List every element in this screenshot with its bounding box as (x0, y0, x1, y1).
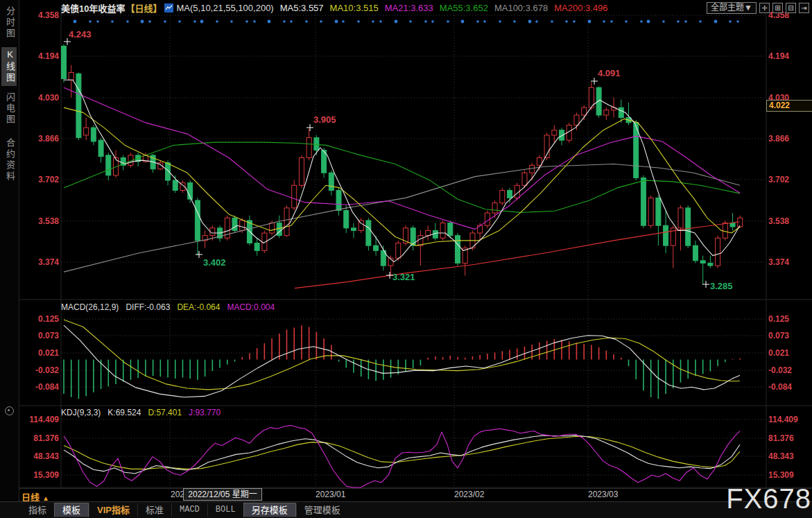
theme-dropdown-button[interactable]: 全部主题▼ (707, 2, 757, 14)
candle-body (596, 87, 601, 115)
candle-body (648, 198, 653, 225)
kdj-indicator-header: KDJ(9,3,3)K:69.524D:57.401J:93.770 (61, 408, 227, 417)
bottom-toolbar: 指标 模板 VIP指标 标准 MACD BOLL 另存模板 管理模板 (0, 501, 812, 518)
event-marker-dot (551, 20, 553, 23)
candle-body (84, 128, 89, 135)
event-marker-dot (461, 20, 465, 24)
event-marker-dot (424, 20, 427, 23)
tab-vip-indicators[interactable]: VIP指标 (89, 503, 137, 517)
event-marker-dot (305, 20, 308, 23)
event-marker-dot (230, 20, 233, 23)
candle-body (232, 218, 237, 230)
candle-body (106, 155, 111, 175)
candle-body (76, 74, 81, 137)
indicator-readout: K:69.524 (107, 408, 141, 417)
pane-layout-icon[interactable]: ⊟ (786, 3, 796, 13)
candle-body (299, 158, 304, 186)
event-marker-dot (216, 20, 218, 23)
candle-body (656, 198, 661, 225)
candle-body (166, 163, 171, 180)
candle-body (440, 223, 445, 239)
candle-body (492, 203, 497, 213)
period-tag: 【日线】 (126, 1, 162, 15)
event-marker-dot (148, 20, 151, 23)
instrument-title: 美债10年收益率 (61, 1, 125, 15)
candle-body (270, 223, 275, 233)
ma10-value: MA10:3.515 (330, 3, 379, 13)
panel-indicator-icon[interactable] (5, 406, 14, 415)
event-marker-dot (253, 20, 256, 23)
tab-save-template[interactable]: 另存模板 (243, 503, 296, 517)
ma21-value: MA21:3.633 (385, 3, 433, 13)
event-marker-dot (357, 20, 360, 23)
tab-manage-templates[interactable]: 管理模板 (296, 503, 348, 517)
event-marker-dot (193, 20, 196, 23)
event-marker-dot (476, 20, 479, 23)
event-marker-dot (268, 20, 271, 24)
candle-body (500, 191, 505, 203)
chart-canvas[interactable] (0, 0, 812, 518)
candle-body (351, 228, 356, 231)
left-sidebar: 分时图 K线图 闪电图 合约资料 (0, 0, 19, 518)
event-marker-dot (164, 20, 166, 23)
add-pane-icon[interactable]: ⊞ (772, 3, 783, 13)
event-marker-dot (200, 20, 204, 24)
candle-body (240, 221, 245, 230)
indicator-readout: J:93.770 (189, 408, 221, 417)
event-marker-dot (245, 20, 248, 23)
tab-standard[interactable]: 标准 (137, 503, 171, 517)
sidebar-item-contract-info[interactable]: 合约资料 (1, 136, 17, 184)
candle-body (329, 173, 334, 190)
candle-body (582, 107, 587, 115)
event-marker-dot (647, 20, 650, 24)
sidebar-item-kline-chart[interactable]: K线图 (1, 47, 17, 86)
indicator-readout: DEA:-0.064 (177, 302, 220, 312)
event-marker-dot (379, 20, 382, 23)
event-marker-dot (335, 20, 338, 24)
candle-body (723, 223, 727, 239)
event-marker-dot (699, 20, 702, 23)
candle-body (700, 261, 705, 264)
indicator-readout: D:57.401 (148, 408, 182, 417)
candle-body (508, 191, 512, 198)
ma200-value: MA200:3.496 (554, 3, 607, 13)
candle-body (448, 223, 453, 236)
candle-body (574, 115, 579, 125)
tab-indicators[interactable]: 指标 (21, 503, 54, 517)
event-marker-dot (528, 20, 532, 24)
event-marker-dot (178, 20, 181, 23)
chart-header: 美债10年收益率 【日线】 MA(5,10,21,55,100,200) MA5… (19, 0, 812, 15)
tab-macd[interactable]: MACD (171, 503, 207, 517)
sidebar-item-lightning-chart[interactable]: 闪电图 (1, 90, 17, 128)
event-marker-dot (96, 20, 99, 23)
event-marker-dot (431, 20, 434, 23)
macd-diff-line (64, 325, 740, 397)
candle-body (738, 218, 743, 227)
candle-body (530, 165, 535, 173)
candle-body (344, 210, 349, 227)
ma55-value: MA55:3.652 (440, 3, 488, 13)
exit-pane-icon[interactable]: ⇥ (799, 3, 809, 13)
ma100-value: MA100:3.678 (494, 3, 548, 13)
event-marker-dot (372, 20, 374, 23)
candle-body (730, 223, 735, 227)
time-axis-bar: 日线▲ (19, 488, 812, 502)
tab-boll[interactable]: BOLL (207, 503, 243, 517)
event-marker-dot (111, 20, 114, 23)
fx678-watermark: FX678 (726, 483, 811, 515)
event-marker-dot (736, 20, 739, 23)
candle-body (336, 191, 341, 211)
event-marker-dot (662, 20, 665, 23)
ma-settings-label: MA(5,10,21,55,100,200) (176, 3, 273, 13)
candle-body (91, 128, 96, 141)
event-marker-dot (395, 20, 398, 24)
chart-icon[interactable] (164, 3, 173, 12)
pan-tool-icon[interactable]: ✛ (759, 3, 770, 13)
event-marker-dot (320, 20, 322, 23)
sidebar-item-time-chart[interactable]: 分时图 (1, 4, 17, 42)
candle-body (678, 208, 683, 228)
indicator-readout: KDJ(9,3,3) (61, 408, 101, 417)
tab-templates[interactable]: 模板 (54, 503, 89, 517)
candle-body (686, 208, 691, 245)
event-marker-dot (640, 20, 643, 23)
